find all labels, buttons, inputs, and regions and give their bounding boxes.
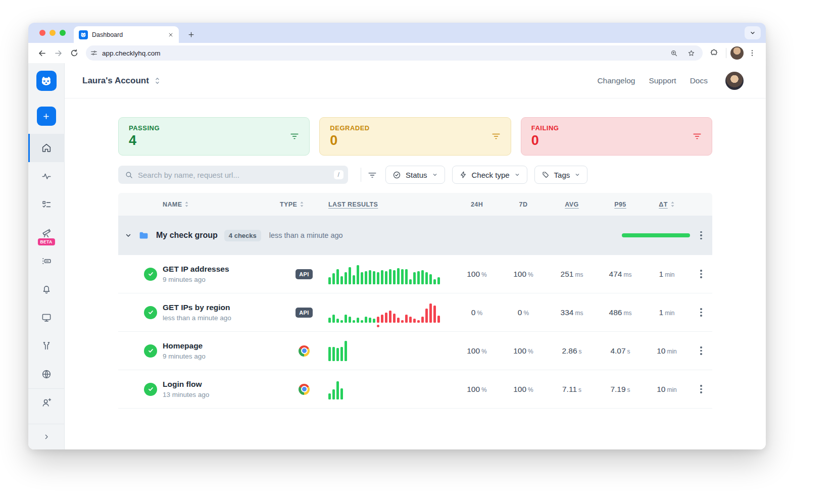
fullscreen-window-button[interactable] — [60, 30, 66, 36]
chevron-down-icon — [574, 172, 580, 178]
app-header: Laura's Account Changelog Support Docs — [65, 63, 766, 98]
back-icon[interactable] — [34, 45, 50, 61]
account-switcher[interactable]: Laura's Account — [82, 76, 161, 86]
check-type-filter-button[interactable]: Check type — [452, 166, 527, 184]
sidebar-item-home[interactable] — [28, 134, 65, 162]
sidebar-item-private-locations[interactable] — [28, 360, 65, 388]
metric-p95: 4.07s — [597, 346, 644, 356]
metric-interval: 10min — [644, 385, 690, 394]
browser-window: Dashboard — [28, 23, 766, 449]
monitor-icon — [41, 312, 52, 323]
degraded-card[interactable]: DEGRADED 0 — [319, 117, 511, 156]
results-bar-chart[interactable] — [328, 379, 454, 399]
minimize-window-button[interactable] — [50, 30, 56, 36]
failing-count: 0 — [531, 133, 559, 148]
sidebar-item-traces[interactable]: BETA — [28, 219, 65, 247]
check-last-run: 13 minutes ago — [163, 391, 280, 398]
browser-menu-icon[interactable] — [745, 45, 760, 61]
filter-lines-icon[interactable] — [368, 171, 377, 179]
column-header-name[interactable]: NAME — [163, 201, 280, 208]
chevron-up-down-icon — [154, 77, 161, 85]
sidebar-collapse-button[interactable] — [28, 424, 65, 449]
row-menu-button[interactable] — [698, 306, 704, 319]
type-badge-api: API — [296, 308, 313, 318]
browser-profile-avatar[interactable] — [730, 46, 744, 60]
url-text[interactable]: app.checklyhq.com — [102, 49, 663, 57]
sidebar-item-checks[interactable] — [28, 190, 65, 219]
failing-card[interactable]: FAILING 0 — [521, 117, 712, 156]
group-name[interactable]: My check group — [156, 231, 218, 240]
close-window-button[interactable] — [39, 30, 45, 36]
zoom-icon[interactable] — [667, 49, 680, 58]
bolt-icon — [459, 171, 467, 179]
bookmark-star-icon[interactable] — [684, 49, 698, 58]
status-check-circle-icon — [392, 171, 401, 179]
collapse-group-icon[interactable] — [118, 232, 138, 239]
beta-badge: BETA — [37, 238, 55, 245]
metric-p95: 474ms — [597, 270, 644, 279]
row-menu-button[interactable] — [698, 344, 704, 357]
sidebar-item-invite-user[interactable] — [28, 389, 65, 416]
results-bar-chart[interactable] — [328, 303, 454, 323]
create-check-button[interactable] — [37, 107, 56, 126]
check-name[interactable]: Login flow — [163, 380, 280, 389]
sidebar-item-status-pages[interactable] — [28, 247, 65, 275]
status-cards: PASSING 4 DEGRADED 0 — [118, 117, 712, 156]
row-menu-button[interactable] — [698, 268, 704, 280]
column-header-type[interactable]: TYPE — [280, 201, 328, 208]
sidebar-item-maintenance[interactable] — [28, 332, 65, 360]
changelog-link[interactable]: Changelog — [597, 76, 635, 85]
check-row[interactable]: GET IP addresses 9 minutes ago API 100% … — [118, 255, 712, 293]
tab-close-icon[interactable] — [167, 31, 175, 39]
check-group-row[interactable]: My check group 4 checks less than a minu… — [118, 216, 712, 255]
sidebar-item-dashboards[interactable] — [28, 304, 65, 332]
group-menu-button[interactable] — [698, 229, 704, 242]
new-tab-button[interactable] — [184, 27, 198, 41]
check-name[interactable]: GET IP addresses — [163, 265, 280, 274]
dashboard-content: PASSING 4 DEGRADED 0 — [118, 98, 712, 409]
check-name[interactable]: GET IPs by region — [163, 303, 280, 312]
checklist-icon — [41, 199, 52, 210]
check-passing-icon — [144, 306, 157, 319]
url-bar[interactable]: app.checklyhq.com — [86, 45, 703, 61]
chevron-down-icon — [514, 172, 520, 178]
extensions-puzzle-icon[interactable] — [707, 45, 722, 61]
sidebar-item-alerts[interactable] — [28, 275, 65, 304]
account-name: Laura's Account — [82, 76, 149, 86]
passing-label: PASSING — [129, 124, 160, 132]
search-box[interactable]: / — [118, 166, 348, 184]
status-filter-button[interactable]: Status — [385, 166, 445, 184]
check-name[interactable]: Homepage — [163, 341, 280, 350]
folder-icon — [138, 230, 149, 241]
reload-icon[interactable] — [67, 45, 82, 61]
check-row[interactable]: GET IPs by region less than a minute ago… — [118, 293, 712, 332]
column-header-delta-t[interactable]: ΔT — [644, 201, 690, 208]
browser-tab[interactable]: Dashboard — [74, 26, 179, 43]
globe-icon — [41, 369, 52, 380]
forward-icon[interactable] — [51, 45, 66, 61]
checkly-logo[interactable] — [36, 71, 57, 91]
site-settings-icon[interactable] — [90, 49, 98, 57]
docs-link[interactable]: Docs — [690, 76, 708, 85]
table-header: NAME TYPE LAST RESULTS 24H 7D AVG P — [118, 193, 712, 216]
metric-p95: 486ms — [597, 308, 644, 317]
passing-card[interactable]: PASSING 4 — [118, 117, 310, 156]
check-passing-icon — [144, 344, 157, 358]
status-pages-icon — [41, 256, 52, 267]
sidebar-item-activity[interactable] — [28, 162, 65, 190]
results-bar-chart[interactable] — [328, 341, 454, 361]
row-menu-button[interactable] — [698, 383, 704, 395]
support-link[interactable]: Support — [649, 76, 676, 85]
check-row[interactable]: Homepage 9 minutes ago 100% 100% 2.86s 4… — [118, 332, 712, 370]
tab-search-button[interactable] — [745, 26, 761, 39]
user-avatar[interactable] — [725, 72, 744, 90]
search-input[interactable] — [138, 171, 329, 179]
column-header-7d: 7D — [500, 201, 547, 208]
check-last-run: 9 minutes ago — [163, 352, 280, 360]
degraded-count: 0 — [330, 133, 369, 148]
tags-filter-button[interactable]: Tags — [534, 166, 588, 184]
check-row[interactable]: Login flow 13 minutes ago 100% 100% 7.11… — [118, 370, 712, 409]
main-area: Laura's Account Changelog Support Docs — [65, 63, 766, 449]
results-bar-chart[interactable] — [328, 264, 454, 284]
screenshot-page: Dashboard — [0, 0, 835, 504]
